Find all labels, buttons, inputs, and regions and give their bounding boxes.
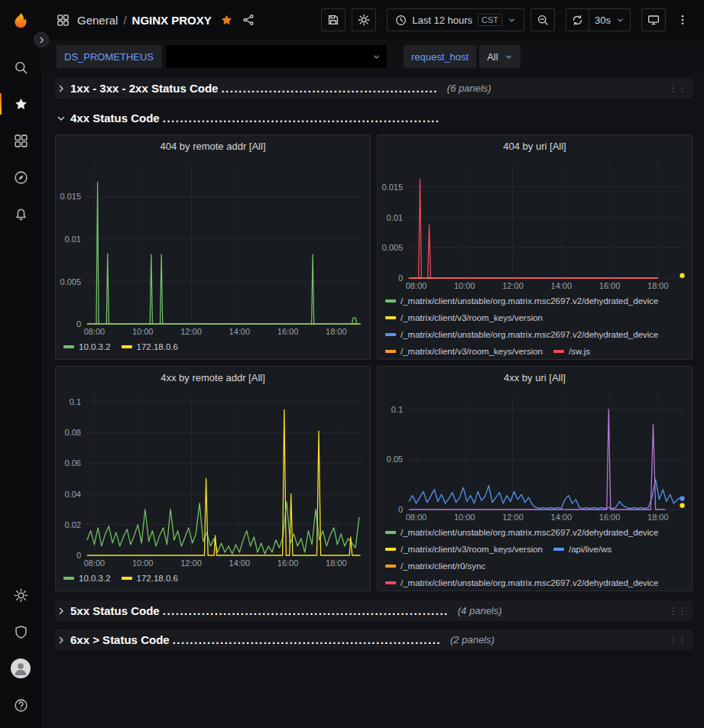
panel-title[interactable]: 404 by uri [All] (378, 135, 692, 157)
dashboards-grid-icon (14, 134, 28, 148)
legend-label: /_matrix/client/unstable/org.matrix.msc2… (401, 293, 659, 309)
request-host-variable-label[interactable]: request_host (404, 45, 476, 68)
row-5xx-status-code[interactable]: 5xx Status Code ........................… (55, 600, 693, 621)
panel-grid: 404 by remote addr [All] 08:0010:0012:00… (55, 134, 693, 591)
star-filled-icon (220, 14, 233, 27)
legend-item[interactable]: 10.0.3.2 (63, 571, 111, 586)
legend-label: /_matrix/client/unstable/org.matrix.msc2… (401, 525, 659, 540)
legend-item[interactable]: /_matrix/client/v3/room_keys/version (385, 542, 543, 557)
svg-text:0.05: 0.05 (387, 455, 403, 464)
legend-item[interactable]: /_matrix/client/r0/sync (385, 558, 485, 574)
panel-legend: 10.0.3.2172.18.0.6 (56, 569, 370, 590)
legend-item[interactable]: 10.0.3.2 (63, 339, 111, 354)
sidebar-item-alerting[interactable] (5, 197, 36, 231)
share-icon (242, 14, 255, 26)
sidebar-item-profile[interactable] (5, 652, 36, 685)
datasource-variable-dropdown[interactable] (166, 45, 387, 68)
panel-4xx-by-uri: 4xx by uri [All] 08:0010:0012:0014:0016:… (377, 366, 693, 591)
grafana-app: General / NGINX PROXY Last 12 hours CST (0, 0, 704, 728)
svg-text:0.02: 0.02 (65, 520, 81, 529)
cycle-view-button[interactable] (641, 8, 666, 31)
chevron-right-icon (57, 84, 66, 93)
legend-swatch (385, 350, 396, 353)
row-drag-handle[interactable]: ⋮⋮ (667, 83, 688, 94)
panel-legend: 10.0.3.2172.18.0.6 (56, 338, 370, 359)
panel-404-by-remote-addr: 404 by remote addr [All] 08:0010:0012:00… (55, 134, 371, 360)
panel-title[interactable]: 4xx by uri [All] (378, 367, 692, 388)
request-host-value: All (487, 51, 498, 63)
chevron-right-icon (57, 607, 66, 616)
request-host-variable-dropdown[interactable]: All (479, 45, 520, 68)
sidebar-item-configuration[interactable] (5, 578, 36, 612)
legend-item[interactable]: /_matrix/client/unstable/org.matrix.msc2… (385, 575, 659, 590)
datasource-variable-label[interactable]: DS_PROMETHEUS (57, 45, 161, 68)
sidebar-item-help[interactable] (5, 688, 36, 722)
sidebar-item-explore[interactable] (5, 160, 36, 194)
sidebar-collapse-button[interactable] (34, 32, 49, 47)
legend-swatch (385, 581, 396, 584)
svg-text:0.015: 0.015 (381, 183, 403, 192)
svg-text:12:00: 12:00 (502, 513, 524, 522)
legend-item[interactable]: /_matrix/client/v3/room_keys/version (385, 344, 543, 359)
legend-item[interactable]: 172.18.0.6 (122, 571, 178, 586)
share-button[interactable] (238, 9, 259, 31)
row-1xx-3xx-2xx-status-code[interactable]: 1xx - 3xx - 2xx Status Code ............… (55, 78, 693, 99)
row-4xx-status-code[interactable]: 4xx Status Code ........................… (55, 108, 693, 128)
svg-text:0.005: 0.005 (381, 243, 403, 252)
zoom-out-button[interactable] (530, 8, 555, 31)
favorite-star-button[interactable] (216, 9, 238, 31)
svg-text:10:00: 10:00 (454, 513, 475, 522)
panel-title[interactable]: 404 by remote addr [All] (56, 135, 370, 157)
person-icon (12, 660, 29, 677)
sidebar-bottom-group (5, 578, 36, 723)
sidebar-item-server-admin[interactable] (5, 615, 36, 649)
legend-item[interactable]: /_matrix/client/unstable/org.matrix.msc2… (385, 327, 659, 342)
chart-404-by-uri[interactable]: 08:0010:0012:0014:0016:0018:0000.0050.01… (378, 157, 692, 292)
panel-title-text: 4xx by remote addr [All] (161, 372, 265, 383)
more-options-button[interactable] (672, 9, 693, 31)
refresh-button[interactable] (566, 8, 589, 31)
row-drag-handle[interactable]: ⋮⋮ (667, 634, 688, 645)
chart-4xx-by-uri[interactable]: 08:0010:0012:0014:0016:0018:0000.050.1 (378, 388, 692, 523)
sidebar (0, 0, 41, 728)
legend-label: /_matrix/client/v3/room_keys/version (401, 344, 543, 359)
legend-item[interactable]: /api/live/ws (553, 542, 612, 557)
legend-item[interactable]: /sw.js (553, 344, 590, 359)
legend-item[interactable]: /_matrix/client/unstable/org.matrix.msc2… (385, 525, 659, 540)
time-picker-button[interactable]: Last 12 hours CST (387, 8, 524, 31)
svg-text:14:00: 14:00 (551, 281, 573, 290)
sidebar-item-starred[interactable] (5, 87, 36, 121)
sidebar-item-dashboards[interactable] (5, 124, 36, 157)
chevron-down-icon (372, 53, 381, 61)
grafana-logo[interactable] (8, 8, 34, 34)
save-dashboard-button[interactable] (321, 8, 346, 31)
legend-label: 10.0.3.2 (79, 339, 111, 354)
panel-title-text: 4xx by uri [All] (504, 372, 566, 383)
gear-icon (14, 588, 28, 603)
legend-swatch (553, 350, 564, 353)
svg-text:0.01: 0.01 (65, 235, 81, 244)
clock-icon (395, 15, 407, 26)
legend-swatch (385, 333, 396, 336)
row-6xx-status-code[interactable]: 6xx > Status Code ......................… (55, 629, 693, 650)
refresh-interval-dropdown[interactable]: 30s (589, 8, 631, 31)
star-icon (14, 97, 28, 112)
panel-title[interactable]: 4xx by remote addr [All] (56, 367, 370, 388)
chart-404-by-remote-addr[interactable]: 08:0010:0012:0014:0016:0018:0000.0050.01… (56, 157, 370, 338)
legend-swatch (385, 316, 396, 319)
sidebar-item-search[interactable] (5, 50, 36, 84)
row-panel-count: (6 panels) (447, 83, 492, 94)
row-drag-handle[interactable]: ⋮⋮ (667, 605, 688, 616)
chart-4xx-by-remote-addr[interactable]: 08:0010:0012:0014:0016:0018:0000.020.040… (56, 388, 370, 569)
svg-text:14:00: 14:00 (229, 558, 251, 568)
legend-item[interactable]: 172.18.0.6 (122, 339, 178, 354)
top-navbar: General / NGINX PROXY Last 12 hours CST (41, 0, 704, 40)
legend-item[interactable]: /_matrix/client/v3/room_keys/version (385, 310, 543, 325)
panel-legend: /_matrix/client/unstable/org.matrix.msc2… (378, 523, 692, 590)
dashboard-settings-button[interactable] (352, 8, 376, 31)
row-title-dots: ........................................… (173, 633, 441, 646)
main-area: General / NGINX PROXY Last 12 hours CST (41, 0, 704, 728)
legend-item[interactable]: /_matrix/client/unstable/org.matrix.msc2… (385, 293, 659, 309)
legend-swatch (553, 548, 564, 551)
breadcrumb-section[interactable]: General (77, 14, 118, 27)
